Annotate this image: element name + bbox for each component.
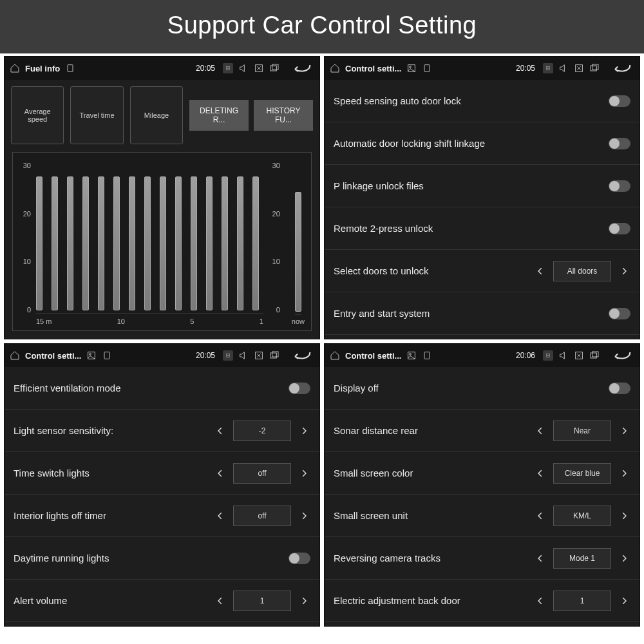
screenshot-icon[interactable] <box>223 63 233 73</box>
chevron-left-icon[interactable] <box>534 265 547 278</box>
chevron-right-icon[interactable] <box>298 509 310 522</box>
chevron-right-icon[interactable] <box>618 424 630 437</box>
chevron-left-icon[interactable] <box>214 594 227 607</box>
history-button[interactable]: HISTORY FU... <box>254 100 313 131</box>
chevron-left-icon[interactable] <box>214 467 227 480</box>
svg-rect-28 <box>591 353 596 358</box>
toggle-switch[interactable] <box>609 95 630 107</box>
mute-icon[interactable] <box>558 350 569 361</box>
chevron-left-icon[interactable] <box>534 509 547 522</box>
chart-bar <box>237 176 243 310</box>
card-travel-time[interactable]: Travel time <box>70 86 123 144</box>
fuel-chart: 30 20 10 0 15 m 10 5 1 30 20 10 0 <box>12 152 312 331</box>
back-icon[interactable] <box>609 348 634 363</box>
card-mileage[interactable]: Mileage <box>130 86 183 144</box>
chevron-left-icon[interactable] <box>214 424 227 437</box>
chart-bar <box>144 176 151 310</box>
settings-list: Speed sensing auto door lockAutomatic do… <box>325 80 639 339</box>
banner-title: Support Car Control Setting <box>0 0 644 53</box>
row-label: Small screen unit <box>334 510 534 521</box>
close-app-icon[interactable] <box>574 350 584 361</box>
svg-rect-17 <box>226 354 229 357</box>
svg-rect-25 <box>546 354 549 357</box>
close-app-icon[interactable] <box>254 63 264 73</box>
close-app-icon[interactable] <box>254 350 264 361</box>
row-label: Time switch lights <box>14 468 214 478</box>
screenshot-icon[interactable] <box>543 63 553 73</box>
chart-bar <box>67 176 73 310</box>
chart-bar <box>191 176 197 310</box>
toggle-switch[interactable] <box>609 138 630 149</box>
settings-row: Daytime running lights <box>5 537 319 580</box>
recent-icon[interactable] <box>589 350 600 361</box>
back-icon[interactable] <box>289 348 314 363</box>
stepper-value: off <box>233 463 291 484</box>
chevron-left-icon[interactable] <box>534 467 547 480</box>
toggle-switch[interactable] <box>609 383 630 394</box>
back-icon[interactable] <box>609 61 634 76</box>
recent-icon[interactable] <box>589 63 600 73</box>
sd-icon <box>102 350 112 361</box>
topbar-title: Fuel info <box>25 64 60 73</box>
row-label: Speed sensing auto door lock <box>334 95 609 106</box>
chart-bar <box>222 176 228 310</box>
chevron-left-icon[interactable] <box>534 552 547 565</box>
settings-row: Time switch lightsoff <box>5 452 319 495</box>
chevron-left-icon[interactable] <box>214 509 227 522</box>
chevron-right-icon[interactable] <box>298 467 310 480</box>
back-icon[interactable] <box>289 61 314 76</box>
stepper-value: Mode 1 <box>553 548 611 569</box>
stepper-value: Near <box>553 421 611 441</box>
row-label: Electric adjustment back door <box>334 595 534 606</box>
toggle-switch[interactable] <box>289 383 310 394</box>
card-average-speed[interactable]: Average speed <box>11 86 64 144</box>
chevron-left-icon[interactable] <box>534 424 547 437</box>
chevron-right-icon[interactable] <box>618 467 630 480</box>
chevron-right-icon[interactable] <box>298 594 310 607</box>
chevron-right-icon[interactable] <box>618 552 630 565</box>
svg-rect-1 <box>226 66 229 70</box>
svg-point-2 <box>227 68 229 69</box>
home-icon[interactable] <box>330 350 340 361</box>
screenshot-icon[interactable] <box>543 350 553 361</box>
topbar-title: Control setti... <box>25 351 81 361</box>
value-stepper: All doors <box>534 261 630 281</box>
settings-row: Electric adjustment back door1 <box>325 580 639 622</box>
recent-icon[interactable] <box>269 63 279 73</box>
screenshot-icon[interactable] <box>223 350 233 361</box>
stepper-value: All doors <box>553 261 611 281</box>
chevron-right-icon[interactable] <box>298 424 310 437</box>
home-icon[interactable] <box>330 63 340 73</box>
svg-rect-20 <box>270 353 276 358</box>
row-label: Alert volume <box>14 595 214 606</box>
mute-icon[interactable] <box>238 63 249 73</box>
fuel-cards-row: Average speed Travel time Mileage DELETI… <box>5 80 319 151</box>
settings-row: Alert volume1 <box>5 580 319 622</box>
deleting-button[interactable]: DELETING R... <box>189 100 249 131</box>
home-icon[interactable] <box>10 350 20 361</box>
toggle-switch[interactable] <box>289 553 310 564</box>
value-stepper: Mode 1 <box>534 548 630 569</box>
mute-icon[interactable] <box>238 350 249 361</box>
toggle-switch[interactable] <box>609 180 630 192</box>
chart-bar <box>175 176 182 310</box>
chevron-right-icon[interactable] <box>618 594 630 607</box>
row-label: Daytime running lights <box>14 553 289 564</box>
clock: 20:05 <box>196 351 215 360</box>
close-app-icon[interactable] <box>574 63 584 73</box>
svg-rect-4 <box>270 66 276 71</box>
home-icon[interactable] <box>10 63 20 73</box>
sd-icon <box>422 350 432 361</box>
toggle-switch[interactable] <box>609 223 630 234</box>
chevron-right-icon[interactable] <box>618 265 630 278</box>
settings-row: Efficient ventilation mode <box>5 367 319 410</box>
chevron-left-icon[interactable] <box>534 594 547 607</box>
recent-icon[interactable] <box>269 350 279 361</box>
value-stepper: Clear blue <box>534 463 630 484</box>
toggle-switch[interactable] <box>609 308 630 319</box>
chevron-right-icon[interactable] <box>618 509 630 522</box>
svg-rect-5 <box>272 64 278 70</box>
svg-rect-12 <box>591 66 596 71</box>
mute-icon[interactable] <box>558 63 569 73</box>
topbar: Control setti... 20:05 <box>5 344 319 367</box>
